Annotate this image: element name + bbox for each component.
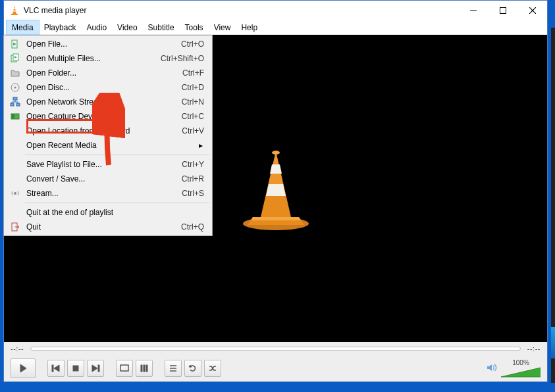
svg-marker-14 [54, 365, 59, 372]
vlc-cone-logo [240, 146, 312, 232]
svg-rect-43 [12, 114, 14, 118]
menu-save-playlist[interactable]: Save Playlist to File... Ctrl+Y [5, 157, 211, 172]
media-dropdown: Open File... Ctrl+O Open Multiple Files.… [3, 35, 213, 236]
window-title: VLC media player [24, 6, 458, 15]
svg-rect-18 [120, 365, 128, 371]
menu-help[interactable]: Help [236, 20, 263, 34]
menubar: Media Playback Audio Video Subtitle Tool… [4, 20, 547, 35]
stop-button[interactable] [67, 360, 84, 377]
folder-icon [8, 68, 22, 78]
shuffle-button[interactable] [204, 360, 221, 377]
svg-marker-0 [13, 6, 16, 14]
svg-rect-5 [500, 8, 506, 14]
menu-open-disc[interactable]: Open Disc... Ctrl+D [5, 80, 211, 95]
menu-subtitle[interactable]: Subtitle [143, 20, 180, 34]
svg-rect-35 [13, 97, 17, 100]
menu-convert-save[interactable]: Convert / Save... Ctrl+R [5, 172, 211, 186]
quit-icon [8, 222, 22, 232]
menu-stream[interactable]: Stream... Ctrl+S [5, 186, 211, 201]
maximize-button[interactable] [488, 1, 517, 20]
menu-quit[interactable]: Quit Ctrl+Q [5, 220, 211, 234]
menu-open-folder[interactable]: Open Folder... Ctrl+F [5, 66, 211, 80]
playback-controls: 100% [4, 355, 547, 381]
svg-marker-29 [13, 43, 16, 45]
menu-open-recent[interactable]: Open Recent Media ▸ [5, 138, 211, 153]
svg-marker-16 [92, 365, 97, 372]
menu-separator [25, 203, 209, 203]
menu-view[interactable]: View [209, 20, 236, 34]
desktop-taskbar-edge [551, 28, 555, 383]
time-total: --:-- [527, 345, 541, 353]
loop-button[interactable] [184, 360, 201, 377]
svg-marker-26 [487, 364, 492, 371]
menu-separator [25, 155, 209, 155]
minimize-button[interactable] [458, 1, 488, 20]
submenu-arrow-icon: ▸ [199, 141, 208, 150]
menu-audio[interactable]: Audio [81, 20, 112, 34]
svg-marker-25 [189, 365, 192, 367]
disc-icon [8, 82, 22, 93]
svg-rect-1 [11, 14, 18, 15]
next-button[interactable] [87, 360, 104, 377]
file-icon [8, 39, 22, 49]
network-icon [8, 97, 22, 107]
svg-marker-27 [501, 368, 541, 377]
seek-slider[interactable] [30, 347, 521, 351]
stream-icon [8, 188, 22, 199]
svg-marker-12 [20, 364, 26, 372]
svg-marker-10 [251, 217, 301, 220]
menu-quit-at-end[interactable]: Quit at the end of playlist [5, 205, 211, 220]
time-elapsed: --:-- [11, 345, 24, 353]
previous-button[interactable] [47, 360, 65, 377]
menu-open-capture[interactable]: Open Capture Device... Ctrl+C [5, 109, 211, 124]
menu-open-multiple[interactable]: Open Multiple Files... Ctrl+Shift+O [5, 51, 211, 66]
svg-point-34 [14, 87, 16, 89]
menu-tools[interactable]: Tools [180, 20, 209, 34]
titlebar: VLC media player [4, 1, 547, 20]
volume-slider[interactable] [501, 366, 541, 378]
svg-point-44 [14, 192, 16, 195]
svg-rect-13 [52, 365, 53, 372]
speaker-icon[interactable] [487, 363, 497, 374]
menu-media[interactable]: Media [7, 20, 39, 34]
svg-rect-36 [11, 103, 14, 106]
menu-playback[interactable]: Playback [39, 20, 82, 34]
extended-settings-button[interactable] [136, 360, 153, 377]
svg-rect-3 [13, 11, 16, 12]
volume-percent: 100% [512, 359, 529, 366]
menu-open-clipboard[interactable]: Open Location from clipboard Ctrl+V [5, 124, 211, 138]
seekbar-row: --:-- --:-- [4, 342, 547, 355]
menu-video[interactable]: Video [112, 20, 142, 34]
svg-rect-19 [141, 365, 142, 372]
play-button[interactable] [11, 358, 36, 378]
fullscreen-button[interactable] [116, 360, 133, 377]
svg-rect-2 [13, 8, 16, 9]
capture-icon [8, 111, 22, 122]
files-icon [8, 53, 22, 64]
menu-open-network[interactable]: Open Network Stream... Ctrl+N [5, 95, 211, 109]
svg-rect-37 [16, 103, 20, 106]
app-icon [9, 5, 20, 16]
close-button[interactable] [517, 1, 547, 20]
playlist-button[interactable] [165, 360, 182, 377]
menu-open-file[interactable]: Open File... Ctrl+O [5, 37, 211, 51]
svg-point-11 [272, 151, 280, 155]
svg-rect-21 [146, 365, 147, 372]
svg-rect-17 [98, 365, 99, 372]
svg-rect-15 [73, 366, 78, 371]
svg-rect-20 [144, 365, 145, 372]
